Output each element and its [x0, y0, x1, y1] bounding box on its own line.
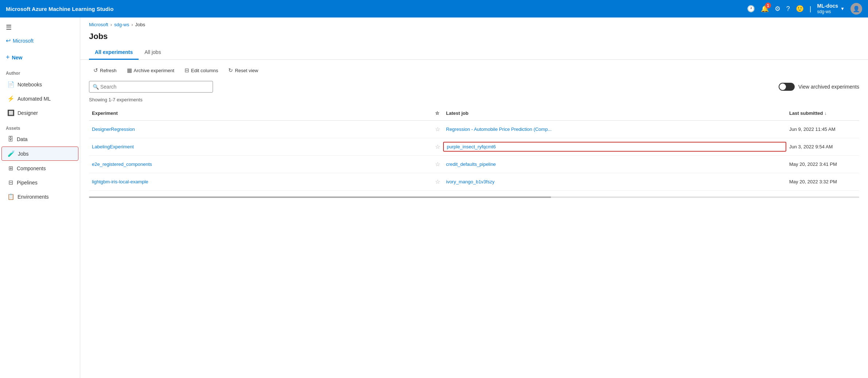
- chevron-down-icon: ▼: [840, 6, 845, 11]
- sidebar-item-label: Jobs: [18, 151, 29, 157]
- breadcrumb-sdg-ws[interactable]: sdg-ws: [114, 22, 129, 27]
- latest-job-2[interactable]: credit_defaults_pipeline: [443, 160, 786, 168]
- search-input[interactable]: [89, 81, 213, 93]
- sidebar-item-label: Notebooks: [18, 82, 42, 87]
- avatar[interactable]: 👤: [850, 3, 862, 15]
- reset-icon: ↻: [228, 67, 233, 74]
- notification-badge: 1: [765, 3, 771, 8]
- toggle-knob: [779, 83, 786, 90]
- toolbar: ↺ Refresh ▦ Archive experiment ⊟ Edit co…: [80, 60, 868, 79]
- star-3[interactable]: ☆: [432, 177, 443, 187]
- columns-icon: ⊟: [185, 67, 189, 74]
- latest-job-1-highlighted[interactable]: purple_insect_ryfqcmt6: [443, 142, 786, 152]
- automated-ml-icon: ⚡: [7, 95, 15, 102]
- jobs-icon: 🧪: [8, 150, 15, 157]
- notifications-icon[interactable]: 🔔 1: [761, 5, 769, 13]
- latest-job-0[interactable]: Regression - Automobile Price Prediction…: [443, 125, 786, 133]
- experiment-name-0[interactable]: DesignerRegression: [89, 125, 432, 133]
- sidebar-back-button[interactable]: ↩ Microsoft: [0, 34, 80, 47]
- sidebar-item-automated-ml[interactable]: ⚡ Automated ML: [1, 92, 78, 105]
- author-section-label: Author: [0, 68, 80, 77]
- refresh-button[interactable]: ↺ Refresh: [89, 65, 121, 76]
- sidebar-item-label: Pipelines: [17, 180, 38, 186]
- sidebar-item-data[interactable]: 🗄 Data: [1, 133, 78, 146]
- edit-columns-button[interactable]: ⊟ Edit columns: [180, 65, 222, 76]
- account-sub: sdg-ws: [817, 9, 838, 14]
- showing-label: Showing 1-7 experiments: [80, 96, 868, 106]
- new-button[interactable]: + New: [0, 50, 80, 65]
- sidebar-item-label: Components: [17, 165, 46, 171]
- table-row: DesignerRegression ☆ Regression - Automo…: [89, 121, 859, 138]
- last-submitted-3: May 20, 2022 3:32 PM: [786, 178, 859, 186]
- star-2[interactable]: ☆: [432, 159, 443, 169]
- sidebar-item-label: Data: [17, 136, 28, 142]
- latest-job-3[interactable]: ivory_mango_b1v3fszy: [443, 178, 786, 186]
- topbar-right: 🕐 🔔 1 ⚙ ? 🙂 | ML-docs sdg-ws ▼ 👤: [747, 3, 862, 15]
- reset-view-label: Reset view: [235, 68, 258, 73]
- table-row: LabelingExperiment ☆ purple_insect_ryfqc…: [89, 138, 859, 156]
- edit-columns-label: Edit columns: [191, 68, 218, 73]
- sort-icon: ↓: [824, 111, 826, 116]
- star-1[interactable]: ☆: [432, 142, 443, 152]
- experiments-table: Experiment ☆ Latest job Last submitted ↓…: [80, 106, 868, 191]
- breadcrumb: Microsoft › sdg-ws › Jobs: [80, 17, 868, 29]
- sidebar-item-label: Environments: [18, 194, 49, 200]
- history-icon[interactable]: 🕐: [747, 5, 755, 13]
- col-experiment: Experiment: [89, 109, 432, 117]
- view-archived-row: View archived experiments: [779, 83, 859, 91]
- settings-icon[interactable]: ⚙: [775, 5, 780, 13]
- archive-icon: ▦: [127, 67, 132, 74]
- sidebar-item-notebooks[interactable]: 📄 Notebooks: [1, 78, 78, 91]
- refresh-icon: ↺: [93, 67, 98, 74]
- col-latest-job: Latest job: [443, 109, 786, 117]
- sidebar-back-label: Microsoft: [13, 38, 34, 44]
- breadcrumb-microsoft[interactable]: Microsoft: [89, 22, 108, 27]
- account-name: ML-docs: [817, 3, 838, 9]
- table-header: Experiment ☆ Latest job Last submitted ↓: [89, 106, 859, 121]
- new-label: New: [12, 55, 23, 61]
- star-header-icon: ☆: [435, 110, 439, 116]
- environments-icon: 📋: [7, 193, 15, 200]
- search-icon: 🔍: [93, 84, 99, 90]
- toggle-wrap: [779, 83, 795, 91]
- experiment-name-1[interactable]: LabelingExperiment: [89, 143, 432, 151]
- notebooks-icon: 📄: [7, 81, 15, 88]
- topbar-title: Microsoft Azure Machine Learning Studio: [6, 6, 113, 12]
- star-0[interactable]: ☆: [432, 124, 443, 134]
- help-icon[interactable]: ?: [786, 5, 790, 13]
- scroll-thumb[interactable]: [89, 196, 551, 198]
- scroll-indicator: [89, 196, 859, 198]
- feedback-icon[interactable]: 🙂: [796, 5, 804, 13]
- topbar-left: Microsoft Azure Machine Learning Studio: [6, 6, 113, 12]
- sidebar-item-pipelines[interactable]: ⊟ Pipelines: [1, 176, 78, 189]
- sidebar-item-label: Designer: [18, 110, 38, 116]
- assets-section-label: Assets: [0, 123, 80, 132]
- archive-experiment-button[interactable]: ▦ Archive experiment: [123, 65, 179, 76]
- view-archived-toggle[interactable]: [779, 83, 795, 91]
- account-switcher[interactable]: ML-docs sdg-ws ▼: [817, 3, 845, 14]
- components-icon: ⊞: [7, 165, 14, 172]
- sidebar-item-environments[interactable]: 📋 Environments: [1, 190, 78, 203]
- sidebar: ☰ ↩ Microsoft + New Author 📄 Notebooks ⚡…: [0, 17, 80, 378]
- col-star: ☆: [432, 109, 443, 117]
- pipelines-icon: ⊟: [7, 179, 14, 186]
- back-icon: ↩: [6, 37, 11, 44]
- experiment-name-3[interactable]: lightgbm-iris-local-example: [89, 178, 432, 186]
- tabs: All experiments All jobs: [80, 46, 868, 60]
- tab-all-experiments[interactable]: All experiments: [89, 46, 139, 60]
- page-title: Jobs: [80, 29, 868, 46]
- hamburger-menu[interactable]: ☰: [0, 20, 80, 34]
- reset-view-button[interactable]: ↻ Reset view: [224, 65, 263, 76]
- sidebar-item-jobs[interactable]: 🧪 Jobs: [1, 147, 78, 161]
- sidebar-item-label: Automated ML: [18, 96, 51, 102]
- tab-all-jobs[interactable]: All jobs: [139, 46, 167, 60]
- search-wrap: 🔍: [89, 81, 213, 93]
- topbar: Microsoft Azure Machine Learning Studio …: [0, 0, 868, 17]
- sidebar-item-components[interactable]: ⊞ Components: [1, 161, 78, 175]
- col-last-submitted[interactable]: Last submitted ↓: [786, 109, 859, 117]
- table-row: lightgbm-iris-local-example ☆ ivory_mang…: [89, 173, 859, 191]
- data-icon: 🗄: [7, 136, 14, 143]
- main-content: Microsoft › sdg-ws › Jobs Jobs All exper…: [80, 17, 868, 378]
- experiment-name-2[interactable]: e2e_registered_components: [89, 160, 432, 168]
- sidebar-item-designer[interactable]: 🔲 Designer: [1, 106, 78, 120]
